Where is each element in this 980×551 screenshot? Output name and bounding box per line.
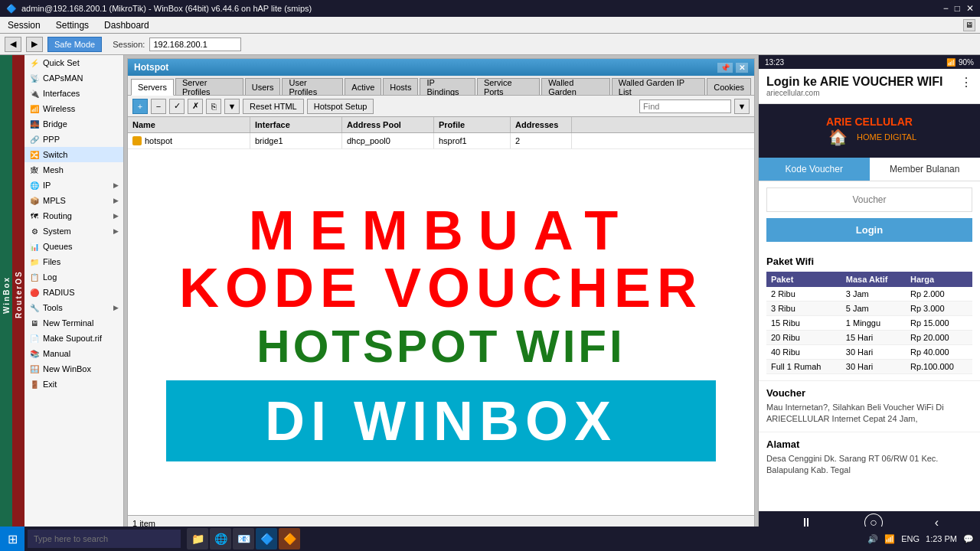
sidebar-item-tools[interactable]: 🔧 Tools ▶ [24, 300, 123, 315]
sidebar-item-ppp[interactable]: 🔗 PPP [24, 132, 123, 147]
sidebar-item-label: Bridge [43, 119, 67, 129]
sidebar-item-newwinbox[interactable]: 🪟 New WinBox [24, 361, 123, 377]
voucher-input[interactable] [766, 187, 972, 212]
session-label: Session: [113, 40, 145, 49]
close-button[interactable]: ✕ [966, 3, 974, 14]
sidebar-item-interfaces[interactable]: 🔌 Interfaces [24, 86, 123, 101]
menu-dashboard[interactable]: Dashboard [101, 18, 152, 32]
hotspot-window-controls[interactable]: 📌 ✕ [717, 63, 748, 73]
hotspot-win-close[interactable]: ✕ [736, 63, 748, 73]
col-interface[interactable]: Interface [250, 117, 342, 132]
find-input[interactable] [639, 99, 731, 113]
paket-cell-harga: Rp 2.000 [906, 287, 972, 302]
remove-button[interactable]: − [151, 99, 166, 114]
taskbar-search[interactable] [28, 530, 181, 548]
tab-active[interactable]: Active [345, 78, 381, 95]
enable-button[interactable]: ✓ [169, 99, 185, 114]
sidebar-item-routing[interactable]: 🗺 Routing ▶ [24, 208, 123, 223]
sidebar-item-wireless[interactable]: 📶 Wireless [24, 101, 123, 116]
sidebar-item-supout[interactable]: 📄 Make Supout.rif [24, 331, 123, 346]
filter-button[interactable]: ▼ [224, 99, 240, 114]
tab-service-ports[interactable]: Service Ports [477, 78, 540, 95]
taskbar-app-mikrotik[interactable]: 🔶 [279, 528, 300, 549]
phone-panel: 13:23 📶 90% Login ke ARIE VOUCHER WIFI a… [758, 55, 980, 534]
paket-cell-name: 2 Ribu [766, 287, 841, 302]
find-dropdown[interactable]: ▼ [734, 99, 750, 114]
sidebar-item-quickset[interactable]: ⚡ Quick Set [24, 55, 123, 70]
sidebar-item-files[interactable]: 📁 Files [24, 254, 123, 269]
brand-name: ARIE CELLULAR [822, 116, 916, 128]
tab-hosts[interactable]: Hosts [383, 78, 418, 95]
taskbar-app-mail[interactable]: 📧 [233, 528, 254, 549]
phone-menu-button[interactable]: ⋮ [960, 75, 972, 90]
ppp-icon: 🔗 [29, 134, 40, 145]
add-button[interactable]: + [132, 99, 148, 114]
table-row[interactable]: hotspot bridge1 dhcp_pool0 hsprof1 2 [128, 133, 754, 149]
minimize-button[interactable]: − [943, 3, 949, 14]
sidebar-item-mesh[interactable]: 🕸 Mesh [24, 162, 123, 178]
files-icon: 📁 [29, 256, 40, 267]
taskbar-lang[interactable]: ENG [901, 534, 920, 543]
monitor-icon[interactable]: 🖥 [963, 19, 975, 31]
sidebar-item-label: IP [43, 181, 51, 190]
hotspot-setup-button[interactable]: Hotspot Setup [307, 99, 374, 114]
col-pool[interactable]: Address Pool [342, 117, 434, 132]
col-addresses[interactable]: Addresses [511, 117, 572, 132]
forward-button[interactable]: ▶ [26, 37, 43, 52]
tab-user-profiles[interactable]: User Profiles [282, 78, 343, 95]
paket-cell-masa: 1 Minggu [841, 316, 906, 331]
sidebar-item-radius[interactable]: 🔴 RADIUS [24, 285, 123, 300]
sidebar-item-mpls[interactable]: 📦 MPLS ▶ [24, 193, 123, 208]
taskbar-app-winbox[interactable]: 🔷 [256, 528, 277, 549]
tab-server-profiles[interactable]: Server Profiles [175, 78, 243, 95]
sidebar-item-label: Log [43, 272, 57, 282]
col-name[interactable]: Name [128, 117, 250, 132]
sidebar-item-exit[interactable]: 🚪 Exit [24, 377, 123, 392]
ad-line2: KODE VOUCHER [179, 258, 703, 318]
phone-indicators: 📶 90% [946, 58, 974, 67]
sidebar-item-queues[interactable]: 📊 Queues [24, 239, 123, 254]
sidebar-item-system[interactable]: ⚙ System ▶ [24, 223, 123, 239]
tab-walled-garden[interactable]: Walled Garden [541, 78, 610, 95]
tab-walled-garden-ip[interactable]: Walled Garden IP List [612, 78, 705, 95]
back-button[interactable]: ◀ [5, 37, 21, 52]
safe-mode-button[interactable]: Safe Mode [47, 37, 102, 52]
tab-users[interactable]: Users [245, 78, 281, 95]
window-controls[interactable]: − □ ✕ [943, 3, 974, 14]
sidebar-item-bridge[interactable]: 🌉 Bridge [24, 116, 123, 132]
col-paket: Paket [766, 272, 841, 287]
copy-button[interactable]: ⎘ [206, 99, 221, 114]
tab-member-bulanan[interactable]: Member Bulanan [870, 158, 981, 181]
cell-interface: bridge1 [250, 133, 342, 148]
content-area: MEMBUAT KODE VOUCHER HOTSPOT WIFI DI WIN… [128, 149, 754, 515]
menu-settings[interactable]: Settings [53, 18, 92, 32]
disable-button[interactable]: ✗ [188, 99, 203, 114]
sidebar-item-switch[interactable]: 🔀 Switch [24, 147, 123, 162]
sidebar-item-label: Interfaces [43, 89, 80, 98]
taskbar-network-icon[interactable]: 📶 [884, 534, 895, 544]
sidebar-item-ip[interactable]: 🌐 IP ▶ [24, 178, 123, 193]
sidebar-item-terminal[interactable]: 🖥 New Terminal [24, 315, 123, 331]
menu-session[interactable]: Session [5, 18, 44, 32]
col-profile[interactable]: Profile [434, 117, 511, 132]
reset-html-button[interactable]: Reset HTML [243, 99, 304, 114]
start-button[interactable]: ⊞ [0, 527, 24, 551]
session-input[interactable] [149, 37, 241, 51]
sidebar-item-log[interactable]: 📋 Log [24, 269, 123, 285]
tab-kode-voucher[interactable]: Kode Voucher [759, 158, 870, 181]
tab-cookies[interactable]: Cookies [707, 78, 751, 95]
sidebar-item-capsman[interactable]: 📡 CAPsMAN [24, 70, 123, 86]
paket-row: 3 Ribu 5 Jam Rp 3.000 [766, 302, 972, 316]
tab-ip-bindings[interactable]: IP Bindings [420, 78, 475, 95]
hotspot-win-pin[interactable]: 📌 [717, 63, 733, 73]
quickset-icon: ⚡ [29, 57, 40, 68]
maximize-button[interactable]: □ [955, 3, 960, 14]
tab-servers[interactable]: Servers [131, 79, 174, 96]
routing-icon: 🗺 [29, 210, 40, 221]
taskbar-app-explorer[interactable]: 📁 [187, 528, 208, 549]
login-button[interactable]: Login [766, 218, 972, 242]
sidebar-item-manual[interactable]: 📚 Manual [24, 346, 123, 361]
taskbar-app-edge[interactable]: 🌐 [210, 528, 231, 549]
taskbar-sound-icon[interactable]: 🔊 [867, 534, 878, 544]
taskbar-notification[interactable]: 💬 [963, 534, 974, 544]
